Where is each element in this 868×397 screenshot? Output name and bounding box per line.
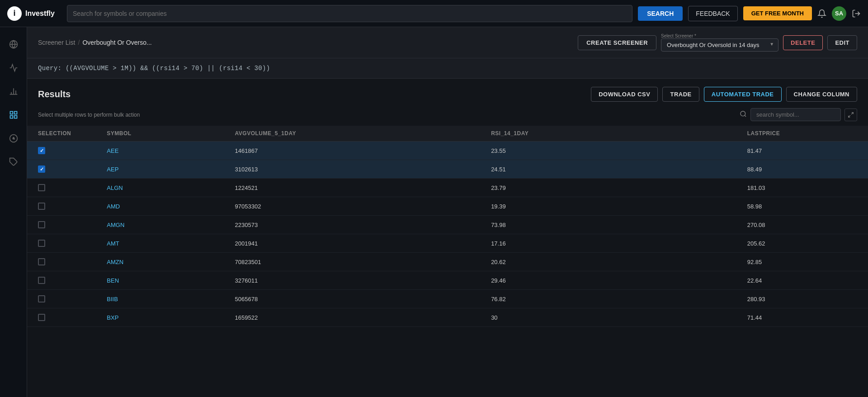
checkbox[interactable] [38, 240, 45, 247]
free-month-button[interactable]: GET FREE MONTH [743, 6, 812, 20]
symbol-link[interactable]: AMGN [107, 222, 124, 228]
expand-icon[interactable] [844, 109, 857, 121]
cell-rsi: 19.39 [484, 197, 740, 216]
symbol-link[interactable]: AEE [107, 147, 118, 154]
table-subheader: Select multiple rows to perform bulk act… [27, 106, 868, 126]
table-row: AEE146186723.5581.47 [27, 142, 868, 160]
cell-avgvol: 1461867 [228, 142, 484, 160]
screener-select[interactable]: Overbought Or Oversold in 14 days [661, 38, 778, 52]
results-header: Results DOWNLOAD CSV TRADE AUTOMATED TRA… [27, 79, 868, 106]
symbol-link[interactable]: ALGN [107, 184, 123, 191]
download-csv-button[interactable]: DOWNLOAD CSV [591, 87, 658, 102]
symbol-link[interactable]: AMZN [107, 259, 123, 265]
symbol-search-input[interactable] [750, 108, 841, 121]
svg-point-13 [741, 111, 745, 116]
bell-icon[interactable] [817, 9, 826, 18]
delete-button[interactable]: DELETE [783, 35, 823, 50]
table-row: AMT200194117.16205.62 [27, 234, 868, 253]
table-header-row: Selection Symbol AVGVOLUME_5_1DAY RSI_14… [27, 126, 868, 142]
symbol-link[interactable]: BXP [107, 314, 118, 321]
cell-avgvol: 3102613 [228, 160, 484, 179]
checkbox[interactable] [38, 258, 45, 265]
cell-symbol: BIIB [99, 290, 227, 308]
symbol-link[interactable]: AMT [107, 240, 119, 247]
bulk-action-text: Select multiple rows to perform bulk act… [38, 112, 140, 118]
edit-button[interactable]: EDIT [827, 35, 857, 50]
col-header-symbol: Symbol [99, 126, 227, 142]
table-row: BEN327601129.4622.64 [27, 271, 868, 290]
breadcrumb-separator: / [78, 39, 80, 46]
sidebar-item-gamepad[interactable] [4, 128, 24, 148]
auto-trade-button[interactable]: AUTOMATED TRADE [704, 87, 782, 102]
table-row: AEP310261324.5188.49 [27, 160, 868, 179]
avatar[interactable]: SA [832, 6, 846, 21]
cell-rsi: 23.79 [484, 179, 740, 197]
col-header-selection: Selection [27, 126, 99, 142]
results-table: Selection Symbol AVGVOLUME_5_1DAY RSI_14… [27, 126, 868, 327]
feedback-button[interactable]: FEEDBACK [688, 6, 737, 21]
cell-selection [27, 290, 99, 308]
sidebar-item-grid[interactable] [4, 105, 24, 125]
sidebar-item-globe[interactable] [4, 34, 24, 54]
page-header: Screener List / Overbought Or Overso... … [27, 27, 868, 58]
search-input[interactable] [73, 10, 627, 17]
symbol-link[interactable]: AMD [107, 203, 120, 210]
results-title: Results [38, 89, 71, 99]
cell-symbol: AMD [99, 197, 227, 216]
cell-lastprice: 280.93 [740, 290, 868, 308]
checkbox[interactable] [38, 314, 45, 321]
cell-lastprice: 81.47 [740, 142, 868, 160]
cell-rsi: 20.62 [484, 253, 740, 271]
cell-rsi: 76.82 [484, 290, 740, 308]
sidebar-item-signal[interactable] [4, 58, 24, 78]
svg-line-14 [745, 115, 746, 117]
results-actions: DOWNLOAD CSV TRADE AUTOMATED TRADE CHANG… [591, 87, 857, 102]
cell-avgvol: 5065678 [228, 290, 484, 308]
sidebar-item-tag[interactable] [4, 152, 24, 172]
cell-selection [27, 234, 99, 253]
search-button[interactable]: SEARCH [638, 6, 683, 21]
cell-selection [27, 142, 99, 160]
search-bar [67, 5, 632, 22]
query-bar: Query: ((AVGVOLUME > 1M)) && ((rsi14 > 7… [27, 58, 868, 79]
cell-avgvol: 70823501 [228, 253, 484, 271]
logo-text: Investfly [25, 9, 55, 18]
checkbox[interactable] [38, 295, 45, 302]
checkbox[interactable] [38, 277, 45, 284]
checkbox[interactable] [38, 147, 45, 154]
checkbox[interactable] [38, 203, 45, 210]
checkbox[interactable] [38, 184, 45, 191]
cell-selection [27, 308, 99, 327]
svg-line-16 [849, 115, 850, 117]
table-container: Selection Symbol AVGVOLUME_5_1DAY RSI_14… [27, 126, 868, 397]
cell-selection [27, 271, 99, 290]
change-column-button[interactable]: CHANGE COLUMN [786, 87, 858, 102]
cell-selection [27, 253, 99, 271]
nav-icons: SA [817, 6, 861, 21]
cell-selection [27, 160, 99, 179]
symbol-link[interactable]: AEP [107, 166, 118, 173]
checkbox[interactable] [38, 165, 45, 173]
create-screener-button[interactable]: CREATE SCREENER [578, 35, 656, 50]
sidebar-item-chart[interactable] [4, 81, 24, 101]
symbol-link[interactable]: BIIB [107, 296, 118, 302]
symbol-link[interactable]: BEN [107, 277, 119, 284]
search-icon [740, 110, 747, 119]
cell-symbol: BXP [99, 308, 227, 327]
sidebar [0, 27, 27, 397]
table-search [740, 108, 857, 121]
cell-avgvol: 2230573 [228, 216, 484, 234]
logo-icon: i [7, 6, 22, 21]
logout-icon[interactable] [852, 9, 861, 18]
trade-button[interactable]: TRADE [662, 87, 699, 102]
cell-rsi: 73.98 [484, 216, 740, 234]
checkbox[interactable] [38, 221, 45, 228]
svg-rect-8 [14, 112, 17, 114]
cell-lastprice: 22.64 [740, 271, 868, 290]
cell-avgvol: 1224521 [228, 179, 484, 197]
breadcrumb-list[interactable]: Screener List [38, 39, 75, 46]
cell-symbol: AEE [99, 142, 227, 160]
cell-lastprice: 92.85 [740, 253, 868, 271]
header-right: CREATE SCREENER Select Screener * Overbo… [578, 33, 857, 52]
table-row: AMD9705330219.3958.98 [27, 197, 868, 216]
